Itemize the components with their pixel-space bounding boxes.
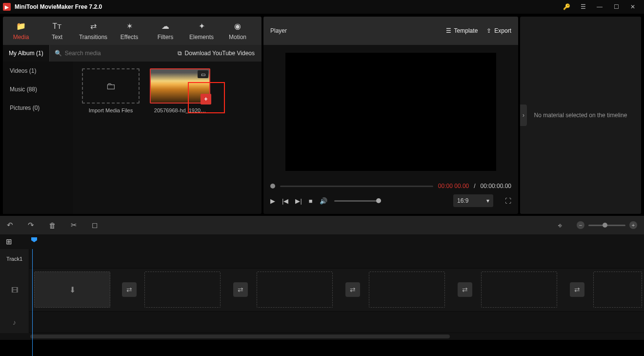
audio-track-row[interactable]: ♪	[0, 312, 644, 333]
transition-slot-button[interactable]: ⇄	[458, 282, 472, 297]
zoom-slider[interactable]	[588, 225, 625, 226]
tab-label: Filters	[158, 34, 174, 41]
effects-icon: ✶	[126, 21, 133, 31]
player-title: Player	[270, 27, 287, 34]
window-close-icon[interactable]: ✕	[624, 0, 641, 14]
tab-label: Motion	[229, 34, 246, 41]
tab-transitions[interactable]: ⇄ Transitions	[75, 17, 111, 45]
fullscreen-button[interactable]: ⛶	[505, 197, 511, 205]
play-button[interactable]: ▶	[270, 197, 275, 205]
player-header: Player ☰ Template ⇪ Export	[263, 17, 518, 45]
snap-toggle-icon[interactable]: ⎆	[558, 222, 562, 229]
video-track-icon: 🎞	[11, 286, 18, 294]
redo-button[interactable]: ↷	[28, 221, 34, 230]
transition-slot-button[interactable]: ⇄	[233, 282, 248, 297]
player-panel: Player ☰ Template ⇪ Export 00:00 00.00 /…	[263, 17, 518, 214]
clip-drop-slot[interactable]	[257, 272, 333, 308]
no-selection-message: No material selected on the timeline	[534, 112, 627, 119]
track1-row: Track1	[0, 249, 644, 269]
zoom-out-button[interactable]: −	[577, 221, 584, 229]
video-track-row[interactable]: 🎞 ⬇ ⇄ ⇄ ⇄ ⇄ ⇄	[0, 269, 644, 312]
track1-label: Track1	[6, 256, 22, 262]
crop-button[interactable]: ◻	[92, 221, 98, 230]
media-clip-thumbnail[interactable]: ▭ +	[150, 68, 210, 104]
timeline: ⊞ Track1 🎞 ⬇ ⇄ ⇄ ⇄ ⇄ ⇄ ♪	[0, 234, 644, 340]
transition-slot-button[interactable]: ⇄	[345, 282, 360, 297]
transition-icon: ⇄	[90, 21, 97, 31]
activate-key-icon[interactable]: 🔑	[558, 0, 575, 14]
tab-media[interactable]: 📁 Media	[3, 17, 39, 45]
motion-icon: ◉	[234, 21, 241, 31]
chevron-down-icon: ▾	[486, 197, 489, 204]
collapse-panel-button[interactable]: ›	[520, 105, 527, 126]
clip-drop-slot[interactable]	[144, 272, 221, 308]
seek-bar[interactable]: 00:00 00.00 / 00:00:00.00	[270, 183, 511, 189]
media-grid: 🗀 Import Media Files ▭ + 20576968-hd_192…	[73, 62, 262, 214]
playhead-line[interactable]	[32, 249, 33, 356]
add-track-button[interactable]: ⊞	[6, 237, 12, 246]
time-total: 00:00:00.00	[481, 183, 511, 189]
hamburger-menu-icon[interactable]: ☰	[575, 0, 591, 14]
clip-drop-slot[interactable]	[593, 272, 642, 308]
stop-button[interactable]: ■	[309, 197, 313, 205]
export-icon: ⇪	[486, 27, 491, 34]
zoom-in-button[interactable]: +	[629, 221, 637, 229]
playhead-icon[interactable]	[31, 237, 37, 242]
timeline-toolbar: ↶ ↷ 🗑 ✂ ◻ ⎆ − +	[0, 216, 644, 234]
timeline-zoom: − +	[577, 221, 637, 229]
time-separator: /	[474, 183, 475, 189]
tab-elements[interactable]: ✦ Elements	[183, 17, 220, 45]
properties-panel: › No material selected on the timeline	[520, 17, 641, 214]
clip-drop-slot[interactable]	[369, 272, 445, 308]
tab-motion[interactable]: ◉ Motion	[220, 17, 256, 45]
transition-slot-button[interactable]: ⇄	[122, 282, 137, 297]
delete-button[interactable]: 🗑	[49, 221, 56, 230]
category-videos[interactable]: Videos (1)	[3, 62, 73, 80]
tab-label: Elements	[189, 34, 214, 41]
import-label: Import Media Files	[81, 107, 140, 113]
next-frame-button[interactable]: ▶|	[295, 197, 302, 205]
main-tabbar: 📁 Media Tᴛ Text ⇄ Transitions ✶ Effects …	[3, 17, 262, 45]
tab-effects[interactable]: ✶ Effects	[111, 17, 147, 45]
window-maximize-icon[interactable]: ☐	[608, 0, 624, 14]
album-selector[interactable]: My Album (1)	[3, 45, 50, 62]
tab-label: Transitions	[79, 34, 107, 41]
timeline-horizontal-scrollbar[interactable]	[30, 335, 450, 338]
audio-track-icon: ♪	[13, 318, 16, 326]
tab-text[interactable]: Tᴛ Text	[39, 17, 75, 45]
category-pictures[interactable]: Pictures (0)	[3, 99, 73, 117]
drop-here-icon: ⬇	[69, 285, 76, 294]
clip-drop-slot[interactable]	[481, 272, 557, 308]
library-subbar: My Album (1) 🔍 ⧉ Download YouTube Videos	[3, 45, 262, 62]
player-stage	[263, 45, 518, 179]
category-sidebar: Videos (1) Music (88) Pictures (0)	[3, 62, 73, 214]
volume-slider[interactable]	[334, 200, 381, 202]
search-icon: 🔍	[55, 50, 62, 57]
prev-frame-button[interactable]: |◀	[282, 197, 288, 205]
aspect-ratio-select[interactable]: 16:9 ▾	[453, 194, 493, 207]
download-icon: ⧉	[178, 50, 182, 57]
highlight-callout	[188, 82, 225, 113]
app-logo-icon: ▶	[3, 3, 11, 11]
download-label: Download YouTube Videos	[185, 50, 255, 57]
tab-label: Media	[13, 34, 29, 41]
tab-filters[interactable]: ☁ Filters	[147, 17, 183, 45]
import-media-button[interactable]: 🗀	[82, 68, 140, 104]
volume-icon[interactable]: 🔊	[320, 197, 327, 205]
clip-drop-slot[interactable]: ⬇	[34, 272, 110, 308]
split-button[interactable]: ✂	[71, 221, 77, 230]
export-button[interactable]: ⇪ Export	[486, 27, 511, 34]
tab-label: Text	[52, 34, 62, 41]
preview-viewport[interactable]	[285, 53, 496, 171]
tab-label: Effects	[121, 34, 138, 41]
download-youtube-button[interactable]: ⧉ Download YouTube Videos	[171, 50, 262, 57]
template-button[interactable]: ☰ Template	[446, 27, 478, 34]
search-input[interactable]	[65, 50, 166, 57]
window-minimize-icon[interactable]: —	[591, 0, 608, 14]
undo-button[interactable]: ↶	[7, 221, 13, 230]
search-media[interactable]: 🔍	[50, 50, 171, 57]
category-music[interactable]: Music (88)	[3, 80, 73, 99]
app-title: MiniTool MovieMaker Free 7.2.0	[15, 3, 102, 10]
transition-slot-button[interactable]: ⇄	[570, 282, 584, 297]
seek-handle-icon[interactable]	[270, 184, 275, 188]
